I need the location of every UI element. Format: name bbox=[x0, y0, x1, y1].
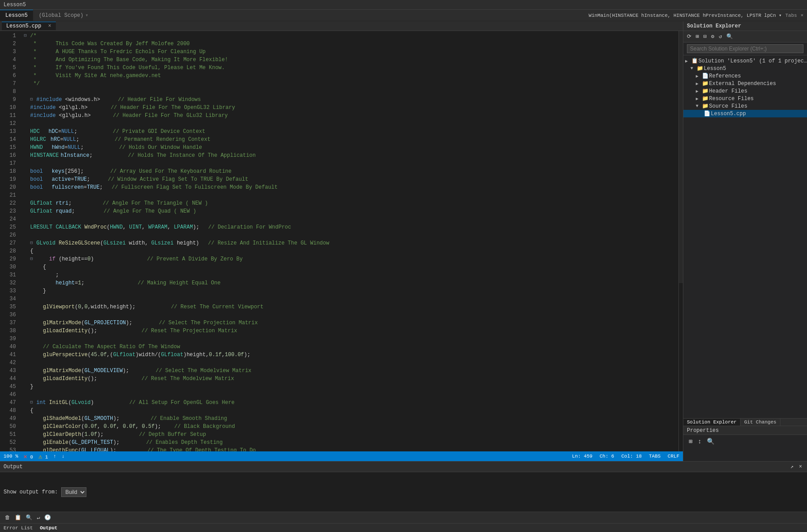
output-tab-label[interactable]: Output bbox=[40, 525, 58, 531]
doc-tab-close-icon[interactable]: × bbox=[48, 23, 51, 29]
se-label-header-files: Header Files bbox=[709, 88, 807, 94]
fold-20 bbox=[24, 183, 30, 191]
se-toolbar-settings[interactable]: ⚙ bbox=[709, 32, 716, 41]
ln-37: 37 bbox=[0, 319, 19, 327]
ln-50: 50 bbox=[0, 423, 19, 431]
ln-4: 4 bbox=[0, 56, 19, 64]
close-tab-icon[interactable]: × bbox=[800, 13, 803, 18]
fold-39 bbox=[24, 343, 30, 351]
output-copy-icon[interactable]: 📋 bbox=[13, 514, 23, 521]
status-warnings: ⚠ 1 bbox=[39, 453, 48, 460]
project-icon: 📁 bbox=[696, 65, 704, 72]
se-node-source-arrow: ▼ bbox=[696, 104, 701, 109]
file-tab[interactable]: Lesson5 bbox=[0, 10, 33, 21]
bottom-panel-body: Show output from: Build bbox=[0, 472, 807, 512]
tabs-icon[interactable]: Tabs bbox=[785, 13, 797, 18]
ln-30: 30 bbox=[0, 263, 19, 271]
se-node-resource-files[interactable]: ▶ 📁 Resource Files bbox=[683, 95, 807, 102]
status-bar: 100 % ✕ 0 ⚠ 1 ↑ ↓ Ln: 459 Ch: 6 Col: 18 … bbox=[0, 451, 683, 461]
code-line-11: #include <gl\glu.h>// Header File For Th… bbox=[22, 112, 678, 120]
code-line-29: ⊟ if (height==0)// Prevent A Divide By Z… bbox=[22, 255, 678, 263]
se-node-header-files[interactable]: ▶ 📁 Header Files bbox=[683, 87, 807, 95]
properties-grid-icon[interactable]: ⊞ bbox=[687, 437, 694, 446]
ln-17: 17 bbox=[0, 159, 19, 167]
properties-sort-icon[interactable]: ↕ bbox=[696, 437, 703, 446]
se-node-source-files[interactable]: ▼ 📁 Source Files bbox=[683, 102, 807, 110]
se-node-references[interactable]: ▶ 📄 References bbox=[683, 72, 807, 80]
output-pin-icon[interactable]: ↗ bbox=[789, 463, 795, 470]
tab-bar-extras: WinMain(HINSTANCE hInstance, HINSTANCE h… bbox=[589, 12, 807, 18]
status-crlf[interactable]: CRLF bbox=[668, 454, 679, 459]
se-node-solution[interactable]: ▶ 📋 Solution 'Lesson5' (1 of 1 project) bbox=[683, 57, 807, 65]
bottom-toolbar: 🗑 📋 🔍 ↵ 🕐 bbox=[0, 512, 807, 523]
se-toolbar-filter[interactable]: ⊞ bbox=[694, 32, 701, 41]
code-line-49: glClearColor(0.0f, 0.0f, 0.0f, 0.5f);// … bbox=[22, 423, 678, 431]
code-line-32: } bbox=[22, 287, 678, 295]
fold-4 bbox=[24, 56, 30, 64]
fold-14 bbox=[24, 136, 30, 144]
output-clear-icon[interactable]: 🗑 bbox=[4, 514, 12, 521]
se-bottom-tabs: Solution Explorer Git Changes bbox=[683, 418, 807, 426]
ln-43: 43 bbox=[0, 367, 19, 375]
fold-6 bbox=[24, 72, 30, 80]
main-area: Lesson5.cpp × 1 2 3 4 5 6 7 8 9 10 11 12… bbox=[0, 21, 807, 461]
output-clock-icon[interactable]: 🕐 bbox=[43, 514, 52, 521]
ln-20: 20 bbox=[0, 183, 19, 191]
ln-10: 10 bbox=[0, 104, 19, 112]
references-icon: 📄 bbox=[701, 73, 709, 79]
minimap[interactable] bbox=[678, 31, 683, 451]
ln-16: 16 bbox=[0, 151, 19, 159]
fold-51 bbox=[24, 439, 30, 447]
fold-9 bbox=[24, 96, 30, 104]
output-close-icon[interactable]: × bbox=[798, 463, 803, 470]
status-tabs[interactable]: TABS bbox=[649, 454, 660, 459]
fold-2 bbox=[24, 40, 30, 48]
fold-27b[interactable]: ⊟ bbox=[30, 239, 36, 247]
fold-9b[interactable]: ⊟ bbox=[30, 96, 36, 104]
fold-1[interactable]: ⊟ bbox=[24, 32, 30, 40]
se-node-lesson5cpp[interactable]: 📄 Lesson5.cpp bbox=[683, 110, 807, 117]
properties-toolbar: ⊞ ↕ 🔍 bbox=[683, 435, 807, 448]
bottom-panel-controls: ↗ × bbox=[789, 463, 803, 470]
output-source-select[interactable]: Build bbox=[61, 487, 86, 497]
output-word-wrap-icon[interactable]: ↵ bbox=[35, 514, 41, 521]
show-output-label: Show output from: bbox=[4, 489, 58, 495]
ln-35: 35 bbox=[0, 303, 19, 311]
error-list-label[interactable]: Error List bbox=[4, 525, 33, 531]
se-node-external-deps[interactable]: ▶ 📁 External Dependencies bbox=[683, 80, 807, 87]
se-tab-git-label: Git Changes bbox=[744, 419, 776, 425]
dropdown-scope[interactable]: (Global Scope) ▾ bbox=[33, 12, 94, 19]
ln-41: 41 bbox=[0, 351, 19, 359]
output-find-icon[interactable]: 🔍 bbox=[24, 514, 34, 521]
minimap-slider bbox=[679, 31, 683, 283]
se-node-project[interactable]: ▼ 📁 Lesson5 bbox=[683, 65, 807, 72]
ln-11: 11 bbox=[0, 112, 19, 120]
code-content-wrapper[interactable]: ⊟ /* * This Code Was Created By Jeff Mol… bbox=[22, 31, 678, 451]
fold-17 bbox=[24, 159, 30, 167]
fold-44 bbox=[24, 383, 30, 391]
ln-14: 14 bbox=[0, 136, 19, 144]
fold-46 bbox=[24, 399, 30, 407]
se-toolbar-refresh[interactable]: ↺ bbox=[717, 32, 724, 41]
fold-10 bbox=[24, 104, 30, 112]
se-toolbar-search2[interactable]: 🔍 bbox=[725, 32, 735, 41]
se-toolbar-collapse[interactable]: ⊟ bbox=[702, 32, 708, 41]
properties-props-icon[interactable]: 🔍 bbox=[705, 437, 716, 446]
se-search-input[interactable] bbox=[687, 44, 803, 53]
se-tab-git-changes[interactable]: Git Changes bbox=[741, 419, 780, 426]
fold-7 bbox=[24, 80, 30, 88]
code-line-22: GLfloat rtri;// Angle For The Triangle (… bbox=[22, 199, 678, 207]
fold-46b[interactable]: ⊟ bbox=[30, 399, 36, 407]
fold-29b[interactable]: ⊟ bbox=[30, 255, 36, 263]
ln-3: 3 bbox=[0, 48, 19, 56]
code-line-43: glLoadIdentity();// Reset The Modelview … bbox=[22, 375, 678, 383]
se-tab-solution-explorer[interactable]: Solution Explorer bbox=[683, 419, 741, 426]
code-line-13: HDChDC=NULL;// Private GDI Device Contex… bbox=[22, 128, 678, 136]
doc-tab-active[interactable]: Lesson5.cpp × bbox=[2, 22, 56, 30]
doc-tabs-row: Lesson5.cpp × bbox=[0, 21, 683, 31]
se-toolbar-sync[interactable]: ⟳ bbox=[685, 32, 693, 41]
code-line-5: * If You've Found This Code Useful, Plea… bbox=[22, 64, 678, 72]
code-line-31b: height=1;// Making Height Equal One bbox=[22, 279, 678, 287]
ln-24: 24 bbox=[0, 215, 19, 223]
ln-49: 49 bbox=[0, 415, 19, 423]
